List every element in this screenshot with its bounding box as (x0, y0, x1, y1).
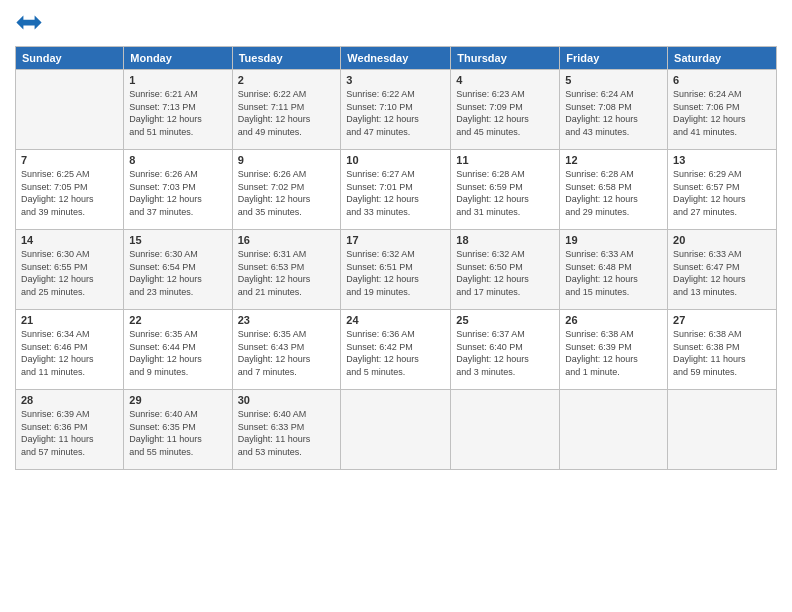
col-header-friday: Friday (560, 47, 668, 70)
day-cell: 11Sunrise: 6:28 AM Sunset: 6:59 PM Dayli… (451, 150, 560, 230)
day-cell (451, 390, 560, 470)
day-cell: 17Sunrise: 6:32 AM Sunset: 6:51 PM Dayli… (341, 230, 451, 310)
day-info: Sunrise: 6:22 AM Sunset: 7:10 PM Dayligh… (346, 88, 445, 138)
day-cell: 7Sunrise: 6:25 AM Sunset: 7:05 PM Daylig… (16, 150, 124, 230)
day-number: 16 (238, 234, 336, 246)
day-number: 5 (565, 74, 662, 86)
day-info: Sunrise: 6:38 AM Sunset: 6:38 PM Dayligh… (673, 328, 771, 378)
day-number: 18 (456, 234, 554, 246)
day-cell: 22Sunrise: 6:35 AM Sunset: 6:44 PM Dayli… (124, 310, 232, 390)
page: SundayMondayTuesdayWednesdayThursdayFrid… (0, 0, 792, 612)
day-info: Sunrise: 6:40 AM Sunset: 6:35 PM Dayligh… (129, 408, 226, 458)
day-cell: 16Sunrise: 6:31 AM Sunset: 6:53 PM Dayli… (232, 230, 341, 310)
day-info: Sunrise: 6:33 AM Sunset: 6:48 PM Dayligh… (565, 248, 662, 298)
day-info: Sunrise: 6:39 AM Sunset: 6:36 PM Dayligh… (21, 408, 118, 458)
header (15, 10, 777, 38)
week-row-1: 1Sunrise: 6:21 AM Sunset: 7:13 PM Daylig… (16, 70, 777, 150)
day-info: Sunrise: 6:28 AM Sunset: 6:58 PM Dayligh… (565, 168, 662, 218)
day-info: Sunrise: 6:35 AM Sunset: 6:43 PM Dayligh… (238, 328, 336, 378)
day-info: Sunrise: 6:32 AM Sunset: 6:50 PM Dayligh… (456, 248, 554, 298)
day-cell: 2Sunrise: 6:22 AM Sunset: 7:11 PM Daylig… (232, 70, 341, 150)
day-number: 21 (21, 314, 118, 326)
week-row-3: 14Sunrise: 6:30 AM Sunset: 6:55 PM Dayli… (16, 230, 777, 310)
day-cell: 8Sunrise: 6:26 AM Sunset: 7:03 PM Daylig… (124, 150, 232, 230)
logo (15, 10, 47, 38)
day-number: 20 (673, 234, 771, 246)
day-number: 23 (238, 314, 336, 326)
day-info: Sunrise: 6:22 AM Sunset: 7:11 PM Dayligh… (238, 88, 336, 138)
day-info: Sunrise: 6:21 AM Sunset: 7:13 PM Dayligh… (129, 88, 226, 138)
col-header-monday: Monday (124, 47, 232, 70)
day-info: Sunrise: 6:36 AM Sunset: 6:42 PM Dayligh… (346, 328, 445, 378)
day-info: Sunrise: 6:26 AM Sunset: 7:02 PM Dayligh… (238, 168, 336, 218)
day-info: Sunrise: 6:37 AM Sunset: 6:40 PM Dayligh… (456, 328, 554, 378)
day-cell: 21Sunrise: 6:34 AM Sunset: 6:46 PM Dayli… (16, 310, 124, 390)
day-cell (560, 390, 668, 470)
col-header-tuesday: Tuesday (232, 47, 341, 70)
day-info: Sunrise: 6:34 AM Sunset: 6:46 PM Dayligh… (21, 328, 118, 378)
day-cell: 12Sunrise: 6:28 AM Sunset: 6:58 PM Dayli… (560, 150, 668, 230)
day-cell: 5Sunrise: 6:24 AM Sunset: 7:08 PM Daylig… (560, 70, 668, 150)
day-number: 30 (238, 394, 336, 406)
day-number: 2 (238, 74, 336, 86)
day-number: 12 (565, 154, 662, 166)
day-info: Sunrise: 6:30 AM Sunset: 6:54 PM Dayligh… (129, 248, 226, 298)
day-info: Sunrise: 6:38 AM Sunset: 6:39 PM Dayligh… (565, 328, 662, 378)
day-cell: 25Sunrise: 6:37 AM Sunset: 6:40 PM Dayli… (451, 310, 560, 390)
day-cell: 18Sunrise: 6:32 AM Sunset: 6:50 PM Dayli… (451, 230, 560, 310)
day-number: 17 (346, 234, 445, 246)
header-row: SundayMondayTuesdayWednesdayThursdayFrid… (16, 47, 777, 70)
day-cell: 14Sunrise: 6:30 AM Sunset: 6:55 PM Dayli… (16, 230, 124, 310)
day-number: 14 (21, 234, 118, 246)
logo-icon (15, 10, 43, 38)
day-cell: 26Sunrise: 6:38 AM Sunset: 6:39 PM Dayli… (560, 310, 668, 390)
day-info: Sunrise: 6:27 AM Sunset: 7:01 PM Dayligh… (346, 168, 445, 218)
day-number: 25 (456, 314, 554, 326)
day-cell: 29Sunrise: 6:40 AM Sunset: 6:35 PM Dayli… (124, 390, 232, 470)
day-cell: 3Sunrise: 6:22 AM Sunset: 7:10 PM Daylig… (341, 70, 451, 150)
day-info: Sunrise: 6:40 AM Sunset: 6:33 PM Dayligh… (238, 408, 336, 458)
day-info: Sunrise: 6:30 AM Sunset: 6:55 PM Dayligh… (21, 248, 118, 298)
day-number: 22 (129, 314, 226, 326)
day-cell: 19Sunrise: 6:33 AM Sunset: 6:48 PM Dayli… (560, 230, 668, 310)
day-number: 29 (129, 394, 226, 406)
day-number: 24 (346, 314, 445, 326)
day-number: 3 (346, 74, 445, 86)
day-cell: 10Sunrise: 6:27 AM Sunset: 7:01 PM Dayli… (341, 150, 451, 230)
day-cell: 20Sunrise: 6:33 AM Sunset: 6:47 PM Dayli… (668, 230, 777, 310)
day-number: 9 (238, 154, 336, 166)
day-number: 13 (673, 154, 771, 166)
day-info: Sunrise: 6:32 AM Sunset: 6:51 PM Dayligh… (346, 248, 445, 298)
day-cell: 24Sunrise: 6:36 AM Sunset: 6:42 PM Dayli… (341, 310, 451, 390)
day-number: 19 (565, 234, 662, 246)
day-info: Sunrise: 6:25 AM Sunset: 7:05 PM Dayligh… (21, 168, 118, 218)
day-cell (341, 390, 451, 470)
day-number: 4 (456, 74, 554, 86)
day-cell: 9Sunrise: 6:26 AM Sunset: 7:02 PM Daylig… (232, 150, 341, 230)
day-number: 28 (21, 394, 118, 406)
day-info: Sunrise: 6:26 AM Sunset: 7:03 PM Dayligh… (129, 168, 226, 218)
day-number: 7 (21, 154, 118, 166)
week-row-5: 28Sunrise: 6:39 AM Sunset: 6:36 PM Dayli… (16, 390, 777, 470)
day-info: Sunrise: 6:28 AM Sunset: 6:59 PM Dayligh… (456, 168, 554, 218)
day-number: 26 (565, 314, 662, 326)
day-cell: 30Sunrise: 6:40 AM Sunset: 6:33 PM Dayli… (232, 390, 341, 470)
day-number: 1 (129, 74, 226, 86)
col-header-thursday: Thursday (451, 47, 560, 70)
day-cell (668, 390, 777, 470)
day-cell: 27Sunrise: 6:38 AM Sunset: 6:38 PM Dayli… (668, 310, 777, 390)
day-number: 8 (129, 154, 226, 166)
day-cell: 6Sunrise: 6:24 AM Sunset: 7:06 PM Daylig… (668, 70, 777, 150)
calendar-table: SundayMondayTuesdayWednesdayThursdayFrid… (15, 46, 777, 470)
day-info: Sunrise: 6:33 AM Sunset: 6:47 PM Dayligh… (673, 248, 771, 298)
day-number: 10 (346, 154, 445, 166)
day-number: 27 (673, 314, 771, 326)
day-info: Sunrise: 6:31 AM Sunset: 6:53 PM Dayligh… (238, 248, 336, 298)
day-info: Sunrise: 6:35 AM Sunset: 6:44 PM Dayligh… (129, 328, 226, 378)
day-info: Sunrise: 6:24 AM Sunset: 7:06 PM Dayligh… (673, 88, 771, 138)
week-row-4: 21Sunrise: 6:34 AM Sunset: 6:46 PM Dayli… (16, 310, 777, 390)
col-header-saturday: Saturday (668, 47, 777, 70)
day-cell: 4Sunrise: 6:23 AM Sunset: 7:09 PM Daylig… (451, 70, 560, 150)
day-number: 15 (129, 234, 226, 246)
day-number: 11 (456, 154, 554, 166)
